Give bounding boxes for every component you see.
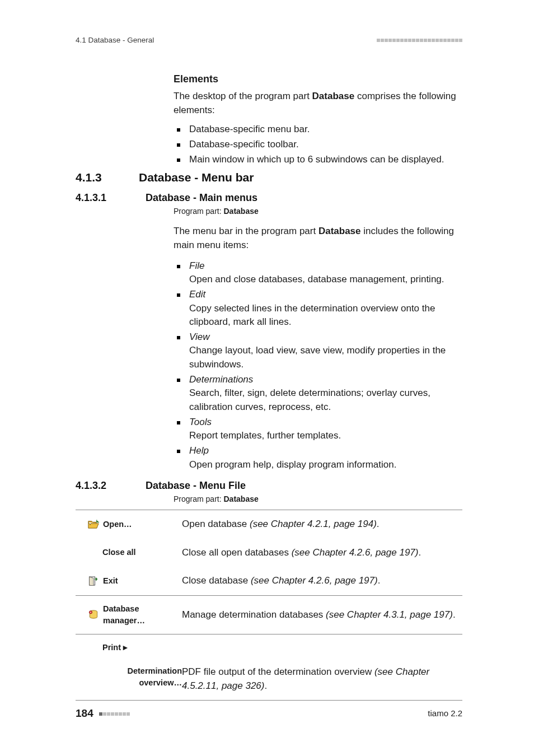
svg-point-3 [90,612,91,613]
elements-heading: Elements [174,72,462,86]
main-menus-list: File Open and close databases, database … [174,259,462,472]
page-footer: 184 tiamo 2.2 [76,706,462,721]
menu-item-close-all: Close all [76,547,182,558]
menu-item-desc: Close all open databases (see Chapter 4.… [182,546,462,560]
list-item: Edit Copy selected lines in the determin… [174,288,462,329]
db-manager-icon [88,610,99,619]
menu-item-exit: Exit [76,575,182,587]
list-item: Tools Report templates, further template… [174,416,462,443]
table-row: Close all Close all open databases (see … [76,539,462,567]
elements-section: Elements The desktop of the program part… [174,72,462,167]
heading-4-1-3-1: 4.1.3.1Database - Main menus [76,190,257,205]
table-row: Determination overview… PDF file output … [76,658,462,701]
main-menus-intro: The menu bar in the program part Databas… [174,225,462,252]
program-part-line: Program part: Database [174,206,462,217]
elements-intro: The desktop of the program part Database… [174,90,462,117]
heading-4-1-3-2: 4.1.3.2Database - Menu File [76,478,246,493]
open-folder-icon [88,520,99,529]
header-dashes-icon [376,35,462,46]
list-item: View Change layout, load view, save view… [174,330,462,372]
running-head-left: 4.1 Database - General [76,35,154,46]
footer-dashes-icon [99,707,130,719]
menu-item-print: Print ▸ [76,642,182,654]
menu-item-desc: Manage determination databases (see Chap… [182,608,462,622]
main-menus-section: Program part: Database The menu bar in t… [174,204,462,473]
list-item: Help Open program help, display program … [174,444,462,472]
table-row: Database manager… Manage determination d… [76,596,462,634]
heading-4-1-3: 4.1.3Database - Menu bar [76,169,254,186]
product-name: tiamo 2.2 [428,707,462,720]
exit-door-icon [88,576,99,586]
menu-item-desc: PDF file output of the determination ove… [182,665,462,693]
menu-item-db-manager: Database manager… [76,603,182,627]
menu-item-open: Open… [76,519,182,530]
page-header: 4.1 Database - General [76,35,462,46]
table-row: Exit Close database (see Chapter 4.2.6, … [76,567,462,596]
list-item: Database-specific menu bar. [174,123,462,137]
page-number: 184 [76,706,130,721]
elements-bullet-list: Database-specific menu bar. Database-spe… [174,123,462,166]
table-row: Open… Open database (see Chapter 4.2.1, … [76,510,462,539]
list-item: Main window in which up to 6 subwindows … [174,153,462,167]
list-item: Database-specific toolbar. [174,138,462,152]
table-row: Print ▸ [76,634,462,658]
menu-item-desc: Close database (see Chapter 4.2.6, page … [182,574,462,588]
file-menu-table: Open… Open database (see Chapter 4.2.1, … [76,510,462,701]
menu-item-desc: Open database (see Chapter 4.2.1, page 1… [182,517,462,531]
list-item: File Open and close databases, database … [174,259,462,287]
menu-item-determination-overview: Determination overview… [76,665,182,689]
list-item: Determinations Search, filter, sign, del… [174,373,462,414]
